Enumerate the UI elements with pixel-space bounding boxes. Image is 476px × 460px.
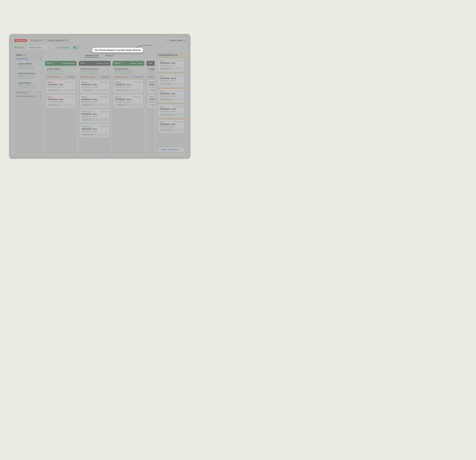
column-created: Created 5 min ago: [114, 76, 128, 78]
asterisk-icon: *: [71, 46, 71, 48]
pending-header: NEW4 min ago: [160, 75, 182, 77]
order-card[interactable]: PREPARING4 min ago2938292030 - DaveTempe…: [80, 109, 109, 123]
order-card[interactable]: READY4 min ago2938292030 - DaveTempelhof…: [80, 80, 109, 93]
order-title: 2938292030 - Dave: [48, 99, 74, 100]
column-meta: Created 10 min agoCargo bike: [79, 76, 110, 78]
pending-address: Tempelhofer 28, Berlin: [160, 80, 182, 82]
pending-status: NEW: [160, 121, 163, 123]
order-title: 2938292030 - Dave: [81, 128, 108, 130]
pending-order-card[interactable]: NEW4 min ago2938292030 - DaveTempelhofer…: [158, 58, 184, 72]
dispatch-board: Warehouse (5) Riding (3) READY 🚀4 orders…: [45, 52, 155, 154]
column-summary: 4 orders | 12 kg: [129, 62, 143, 64]
column-rider-status: At the WH since 5 min: [148, 72, 155, 74]
tab-warehouse[interactable]: Warehouse (5): [85, 54, 99, 58]
wave-icon: 👋: [166, 39, 169, 42]
column-rider-shift: Shift ends in 3 hrs 45 min: [47, 70, 75, 72]
pending-order-card[interactable]: NEW13 min ago2938292030 - DaveTorstraße …: [158, 119, 184, 133]
pending-title: 2938292030 - Jacob: [160, 108, 182, 110]
rider-card[interactable]: Max MustermannShift ends in 3 hrs 45 min…: [16, 71, 41, 80]
pending-time: 13 min ago: [173, 121, 182, 123]
order-status: READY: [48, 81, 53, 83]
user-name: Patrick Haede: [170, 39, 183, 42]
order-card[interactable]: PREPARING4 min ago2938292030 - DaveTempe…: [80, 124, 109, 138]
role-value: Delivery dispatcher: [48, 39, 65, 42]
pending-badge: 4 items | 6 kg: [160, 128, 182, 131]
order-header: PREPARING4 min ago: [81, 125, 108, 127]
order-time: 4 min ago: [66, 96, 74, 98]
rider-card[interactable]: Ajay SolankiShift ends in 3 hrs 45 minAt…: [16, 80, 41, 90]
order-badge: 4 items | 6 kg: [81, 104, 108, 107]
order-badge: 4 items | 6 kg: [149, 104, 155, 107]
order-card[interactable]: READY4 min ago2938292030 - DaveTempelhof…: [46, 94, 76, 108]
country-dropdown[interactable]: Germany: [29, 38, 44, 42]
order-status: READY: [81, 96, 87, 98]
order-title: 2938292030 - Dave: [81, 84, 108, 86]
order-address: Tempelhofer 28, Berlin: [81, 86, 108, 88]
order-badge: 4 items | 6 kg: [115, 104, 142, 107]
chevron-down-icon: [41, 40, 42, 41]
chevron-down-icon: [40, 96, 41, 97]
column-rider: Ajay SolankiShift ends in 3 hrs 45 minAt…: [45, 67, 76, 75]
order-card[interactable]: READY4 min ago2938292030 - DaveTempelhof…: [114, 80, 143, 93]
column-status: NEW: [81, 62, 85, 64]
pending-order-card[interactable]: NEW4 min ago2938292030 - JacobTempelhofe…: [158, 104, 184, 117]
rider-name: Ngom Modou: [17, 63, 40, 65]
user-menu[interactable]: 👋 Patrick Haede: [166, 39, 185, 42]
tab-riding[interactable]: Riding (3): [105, 54, 115, 58]
rider-name: Ajay Solanki: [17, 82, 40, 84]
order-header: READY: [149, 81, 155, 83]
order-status: PREPARING: [81, 111, 91, 113]
auto-dispatch-toggle[interactable]: [73, 46, 79, 49]
pending-order-card[interactable]: NEW4 min ago2938292030 - DonalTempelhofe…: [158, 73, 184, 87]
pending-header: NEW4 min ago: [160, 90, 182, 92]
role-dropdown[interactable]: Delivery dispatcher: [46, 38, 70, 42]
riders-available-accordion[interactable]: Available (3): [16, 58, 41, 60]
order-time: 4 min ago: [100, 111, 108, 113]
order-title: 2938292030 - Dave: [48, 84, 74, 86]
switch-map-view-button[interactable]: Switch to Map View 📍: [158, 147, 184, 152]
pending-status: NEW: [160, 60, 163, 62]
order-badge: 4 items | 6 kg: [81, 133, 108, 136]
warehouse-select[interactable]: PBERG |Berlin: [27, 46, 52, 50]
column-vehicle: Cargo bike: [101, 76, 109, 78]
riders-lost-accordion[interactable]: Lost location signal (3): [16, 95, 41, 97]
order-card[interactable]: READY4 min ago2938292030 - DaveTempelhof…: [114, 94, 143, 108]
order-time: 4 min ago: [100, 81, 108, 83]
order-card[interactable]: READY4 min ago2938292030 - DaveTempelhof…: [80, 94, 109, 108]
pending-time: 4 min ago: [174, 60, 182, 62]
column-status: READY 🚀: [47, 62, 56, 64]
order-address: Tempelhofer 28, Berlin: [149, 101, 155, 103]
order-card[interactable]: READY2938292030 - DaveTempelhofer 28, Be…: [147, 80, 155, 93]
riders-panel: Riders 🚲 Available (3) Ngom ModouShift e…: [14, 52, 43, 154]
order-status: PREPARING: [149, 96, 155, 98]
tooltip-text: Turn off Auto-dispatch to manually assig…: [92, 48, 143, 52]
order-card[interactable]: PREPARING2938292030 - DaveTempelhofer 28…: [147, 94, 155, 108]
column-created: Created 10 min ago: [81, 76, 94, 78]
column-summary: 4 orders | 12 kg: [62, 62, 75, 64]
pending-header: NEW4 min ago: [160, 60, 182, 62]
pending-order-card[interactable]: NEW4 min ago2938292030 - ChrisTempelhofe…: [158, 88, 184, 102]
column-rider-name: Ajay Solanki: [148, 68, 155, 70]
column-rider-status: At the WH since 5 min: [114, 72, 143, 74]
column-status: NEW: [148, 62, 152, 64]
order-time: 4 min ago: [133, 81, 142, 83]
column-created: Created 5 min ago: [47, 76, 60, 78]
lost-label: Lost location signal (3): [16, 95, 36, 97]
column-vehicle: Cargo bike: [135, 76, 143, 78]
column-header: READY 🚀4 orders | 12 kg: [45, 61, 76, 66]
riders-delivering-accordion[interactable]: Delivering (5): [16, 92, 41, 94]
order-badge: 4 items | 6 kg: [48, 89, 74, 92]
pending-status: NEW: [160, 90, 163, 92]
pending-address: Torstraße 124, Berlin: [160, 126, 182, 128]
pending-title: 2938292030 - Chris: [160, 93, 182, 95]
check-icon: [73, 46, 76, 49]
chevron-down-icon: [66, 40, 67, 41]
order-card[interactable]: READY4 min ago2938292030 - DaveTempelhof…: [46, 80, 76, 93]
column-vehicle: Cargo bike: [67, 76, 75, 78]
chevron-up-icon: [40, 59, 41, 59]
order-address: Tempelhofer 28, Berlin: [48, 101, 74, 103]
rider-status: At the WH since 5 min: [17, 77, 40, 79]
rider-card[interactable]: Ngom ModouShift ends in 3 hrs 45 minAt t…: [16, 61, 41, 71]
order-header: PREPARING: [149, 96, 155, 98]
column-rider-status: At the WH since 5 min: [47, 72, 75, 74]
